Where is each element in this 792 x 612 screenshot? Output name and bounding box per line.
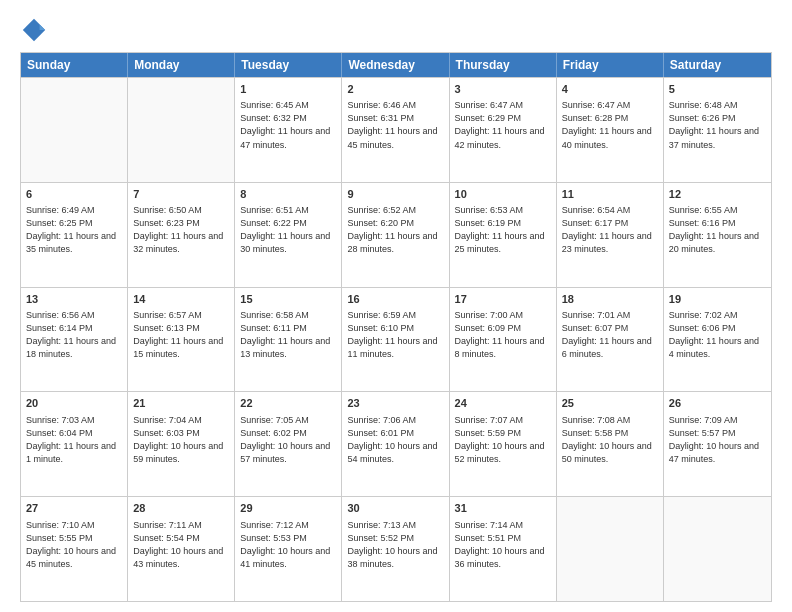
cal-cell-16: 16Sunrise: 6:59 AMSunset: 6:10 PMDayligh… — [342, 288, 449, 392]
day-number: 26 — [669, 396, 766, 411]
cal-cell-4: 4Sunrise: 6:47 AMSunset: 6:28 PMDaylight… — [557, 78, 664, 182]
day-number: 10 — [455, 187, 551, 202]
day-info: Sunrise: 7:12 AMSunset: 5:53 PMDaylight:… — [240, 519, 336, 571]
cal-cell-18: 18Sunrise: 7:01 AMSunset: 6:07 PMDayligh… — [557, 288, 664, 392]
cal-cell-14: 14Sunrise: 6:57 AMSunset: 6:13 PMDayligh… — [128, 288, 235, 392]
cal-cell-2: 2Sunrise: 6:46 AMSunset: 6:31 PMDaylight… — [342, 78, 449, 182]
day-number: 21 — [133, 396, 229, 411]
day-number: 13 — [26, 292, 122, 307]
calendar: SundayMondayTuesdayWednesdayThursdayFrid… — [20, 52, 772, 602]
day-number: 11 — [562, 187, 658, 202]
cal-cell-26: 26Sunrise: 7:09 AMSunset: 5:57 PMDayligh… — [664, 392, 771, 496]
day-info: Sunrise: 6:58 AMSunset: 6:11 PMDaylight:… — [240, 309, 336, 361]
week-row-2: 6Sunrise: 6:49 AMSunset: 6:25 PMDaylight… — [21, 182, 771, 287]
day-info: Sunrise: 7:04 AMSunset: 6:03 PMDaylight:… — [133, 414, 229, 466]
day-number: 7 — [133, 187, 229, 202]
day-info: Sunrise: 7:02 AMSunset: 6:06 PMDaylight:… — [669, 309, 766, 361]
day-number: 30 — [347, 501, 443, 516]
cal-cell-19: 19Sunrise: 7:02 AMSunset: 6:06 PMDayligh… — [664, 288, 771, 392]
cal-cell-28: 28Sunrise: 7:11 AMSunset: 5:54 PMDayligh… — [128, 497, 235, 601]
cal-cell-15: 15Sunrise: 6:58 AMSunset: 6:11 PMDayligh… — [235, 288, 342, 392]
day-number: 22 — [240, 396, 336, 411]
day-info: Sunrise: 6:48 AMSunset: 6:26 PMDaylight:… — [669, 99, 766, 151]
day-info: Sunrise: 6:49 AMSunset: 6:25 PMDaylight:… — [26, 204, 122, 256]
day-info: Sunrise: 6:54 AMSunset: 6:17 PMDaylight:… — [562, 204, 658, 256]
day-number: 5 — [669, 82, 766, 97]
day-info: Sunrise: 6:59 AMSunset: 6:10 PMDaylight:… — [347, 309, 443, 361]
header — [20, 16, 772, 44]
cal-cell-27: 27Sunrise: 7:10 AMSunset: 5:55 PMDayligh… — [21, 497, 128, 601]
cal-cell-empty-0-1 — [128, 78, 235, 182]
day-info: Sunrise: 6:52 AMSunset: 6:20 PMDaylight:… — [347, 204, 443, 256]
day-info: Sunrise: 7:14 AMSunset: 5:51 PMDaylight:… — [455, 519, 551, 571]
day-number: 24 — [455, 396, 551, 411]
day-number: 23 — [347, 396, 443, 411]
cal-cell-12: 12Sunrise: 6:55 AMSunset: 6:16 PMDayligh… — [664, 183, 771, 287]
day-number: 27 — [26, 501, 122, 516]
cal-cell-13: 13Sunrise: 6:56 AMSunset: 6:14 PMDayligh… — [21, 288, 128, 392]
day-info: Sunrise: 6:56 AMSunset: 6:14 PMDaylight:… — [26, 309, 122, 361]
day-number: 25 — [562, 396, 658, 411]
week-row-5: 27Sunrise: 7:10 AMSunset: 5:55 PMDayligh… — [21, 496, 771, 601]
week-row-3: 13Sunrise: 6:56 AMSunset: 6:14 PMDayligh… — [21, 287, 771, 392]
day-number: 3 — [455, 82, 551, 97]
day-info: Sunrise: 7:11 AMSunset: 5:54 PMDaylight:… — [133, 519, 229, 571]
day-info: Sunrise: 6:51 AMSunset: 6:22 PMDaylight:… — [240, 204, 336, 256]
day-info: Sunrise: 7:03 AMSunset: 6:04 PMDaylight:… — [26, 414, 122, 466]
day-info: Sunrise: 6:50 AMSunset: 6:23 PMDaylight:… — [133, 204, 229, 256]
day-info: Sunrise: 7:00 AMSunset: 6:09 PMDaylight:… — [455, 309, 551, 361]
cal-cell-7: 7Sunrise: 6:50 AMSunset: 6:23 PMDaylight… — [128, 183, 235, 287]
cal-cell-8: 8Sunrise: 6:51 AMSunset: 6:22 PMDaylight… — [235, 183, 342, 287]
cal-cell-23: 23Sunrise: 7:06 AMSunset: 6:01 PMDayligh… — [342, 392, 449, 496]
day-number: 12 — [669, 187, 766, 202]
day-info: Sunrise: 7:07 AMSunset: 5:59 PMDaylight:… — [455, 414, 551, 466]
cal-cell-21: 21Sunrise: 7:04 AMSunset: 6:03 PMDayligh… — [128, 392, 235, 496]
cal-cell-25: 25Sunrise: 7:08 AMSunset: 5:58 PMDayligh… — [557, 392, 664, 496]
cal-cell-3: 3Sunrise: 6:47 AMSunset: 6:29 PMDaylight… — [450, 78, 557, 182]
page: SundayMondayTuesdayWednesdayThursdayFrid… — [0, 0, 792, 612]
day-number: 15 — [240, 292, 336, 307]
cal-cell-10: 10Sunrise: 6:53 AMSunset: 6:19 PMDayligh… — [450, 183, 557, 287]
day-info: Sunrise: 7:10 AMSunset: 5:55 PMDaylight:… — [26, 519, 122, 571]
day-info: Sunrise: 7:05 AMSunset: 6:02 PMDaylight:… — [240, 414, 336, 466]
day-info: Sunrise: 7:01 AMSunset: 6:07 PMDaylight:… — [562, 309, 658, 361]
day-number: 14 — [133, 292, 229, 307]
day-number: 28 — [133, 501, 229, 516]
day-number: 8 — [240, 187, 336, 202]
day-number: 17 — [455, 292, 551, 307]
day-header-friday: Friday — [557, 53, 664, 77]
day-header-wednesday: Wednesday — [342, 53, 449, 77]
cal-cell-17: 17Sunrise: 7:00 AMSunset: 6:09 PMDayligh… — [450, 288, 557, 392]
day-info: Sunrise: 7:13 AMSunset: 5:52 PMDaylight:… — [347, 519, 443, 571]
cal-cell-20: 20Sunrise: 7:03 AMSunset: 6:04 PMDayligh… — [21, 392, 128, 496]
day-number: 19 — [669, 292, 766, 307]
logo — [20, 16, 50, 44]
day-info: Sunrise: 6:47 AMSunset: 6:28 PMDaylight:… — [562, 99, 658, 151]
cal-cell-empty-0-0 — [21, 78, 128, 182]
day-info: Sunrise: 6:47 AMSunset: 6:29 PMDaylight:… — [455, 99, 551, 151]
day-info: Sunrise: 7:09 AMSunset: 5:57 PMDaylight:… — [669, 414, 766, 466]
cal-cell-1: 1Sunrise: 6:45 AMSunset: 6:32 PMDaylight… — [235, 78, 342, 182]
day-number: 2 — [347, 82, 443, 97]
day-info: Sunrise: 6:46 AMSunset: 6:31 PMDaylight:… — [347, 99, 443, 151]
cal-cell-22: 22Sunrise: 7:05 AMSunset: 6:02 PMDayligh… — [235, 392, 342, 496]
calendar-body: 1Sunrise: 6:45 AMSunset: 6:32 PMDaylight… — [21, 77, 771, 601]
day-number: 16 — [347, 292, 443, 307]
logo-icon — [20, 16, 48, 44]
day-number: 20 — [26, 396, 122, 411]
cal-cell-5: 5Sunrise: 6:48 AMSunset: 6:26 PMDaylight… — [664, 78, 771, 182]
cal-cell-empty-4-6 — [664, 497, 771, 601]
day-number: 6 — [26, 187, 122, 202]
cal-cell-30: 30Sunrise: 7:13 AMSunset: 5:52 PMDayligh… — [342, 497, 449, 601]
cal-cell-24: 24Sunrise: 7:07 AMSunset: 5:59 PMDayligh… — [450, 392, 557, 496]
day-number: 29 — [240, 501, 336, 516]
cal-cell-11: 11Sunrise: 6:54 AMSunset: 6:17 PMDayligh… — [557, 183, 664, 287]
day-header-tuesday: Tuesday — [235, 53, 342, 77]
cal-cell-6: 6Sunrise: 6:49 AMSunset: 6:25 PMDaylight… — [21, 183, 128, 287]
day-number: 9 — [347, 187, 443, 202]
calendar-header: SundayMondayTuesdayWednesdayThursdayFrid… — [21, 53, 771, 77]
cal-cell-29: 29Sunrise: 7:12 AMSunset: 5:53 PMDayligh… — [235, 497, 342, 601]
day-number: 18 — [562, 292, 658, 307]
day-info: Sunrise: 7:08 AMSunset: 5:58 PMDaylight:… — [562, 414, 658, 466]
day-info: Sunrise: 6:57 AMSunset: 6:13 PMDaylight:… — [133, 309, 229, 361]
